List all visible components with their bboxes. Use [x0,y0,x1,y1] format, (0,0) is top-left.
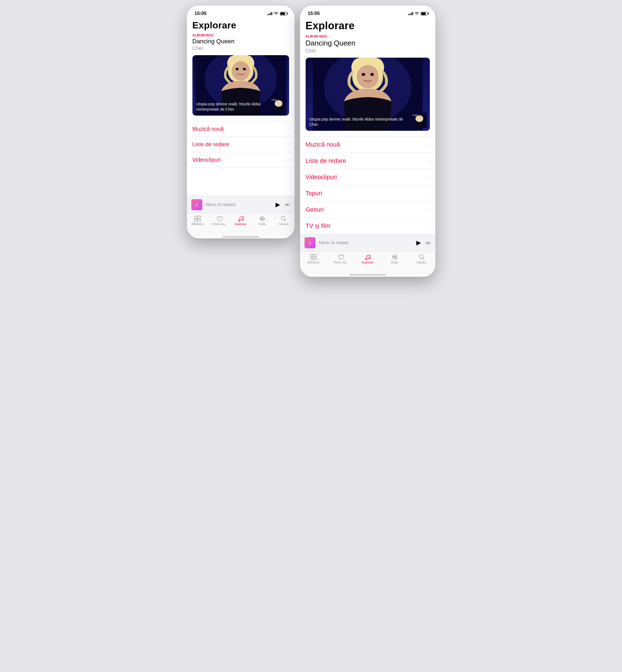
album-label-left: ALBUM NOU [193,33,289,37]
menu-item-videoclipuri-left[interactable]: Videoclipuri › [187,152,295,168]
chevron-icon: › [428,207,429,212]
featured-section-right[interactable]: ALBUM NOU Dancing Queen Cher [300,35,436,131]
tab-cautare-left[interactable]: Căutare [273,216,295,226]
tab-biblioteca-right[interactable]: Bibliotecă [300,254,327,264]
svg-point-15 [238,220,240,222]
svg-point-29 [415,115,423,122]
album-title-left: Dancing Queen [193,38,289,45]
chevron-icon: › [428,223,429,228]
mini-player-right[interactable]: ♪ Nimic în redare ▶ ⏭ [300,234,436,252]
tab-pentru-dvs-left[interactable]: Pentru dvs. [208,216,230,226]
tab-radio-left[interactable]: Radio [251,216,273,226]
status-bar-left: 15:05 [187,5,295,17]
page-title-right: Explorare [306,20,430,32]
svg-rect-33 [311,258,313,260]
scroll-content-left[interactable]: Explorare ALBUM NOU Dancing Queen Cher [187,17,295,196]
tab-explorare-left[interactable]: Explorare [230,216,251,226]
scroll-content-right[interactable]: Explorare ALBUM NOU Dancing Queen Cher [300,17,436,234]
tab-label-pentru-dvs-left: Pentru dvs. [212,223,226,226]
svg-point-26 [361,73,365,76]
tab-label-pentru-dvs-right: Pentru dvs. [334,261,348,264]
banner-text-overlay-right: Utopia pop devine reală: hiturile Abba r… [309,117,408,126]
svg-point-25 [357,65,379,88]
svg-point-16 [242,219,243,221]
menu-item-liste-right[interactable]: Liste de redare › [300,153,436,169]
svg-point-39 [419,255,423,259]
home-indicator-left [187,236,295,238]
menu-list-right: Muzică nouă › Liste de redare › Videocli… [300,136,436,234]
mini-player-left[interactable]: ♪ Nimic în redare ▶ ⏭ [187,196,295,213]
tab-label-explorare-left: Explorare [235,223,246,226]
banner-text-overlay-left: Utopia pop devine reală: hiturile Abba r… [196,102,267,111]
tab-label-explorare-right: Explorare [362,261,374,264]
music-note-icon-right: ♪ [309,240,311,246]
status-icons-right [408,11,428,16]
chevron-icon: › [428,191,429,196]
grid-icon [194,216,201,222]
svg-point-36 [369,257,370,259]
tab-biblioteca-left[interactable]: Bibliotecă [187,216,208,226]
tab-radio-right[interactable]: Radio [381,254,408,264]
svg-point-5 [232,61,250,80]
mini-player-title-right: Nimic în redare [319,240,413,245]
heart-icon [216,216,222,222]
tab-bar-right: Bibliotecă Pentru dvs. Explorare Radio [300,252,436,274]
album-title-right: Dancing Queen [306,39,430,47]
featured-banner-left[interactable]: Utopia pop devine reală: hiturile Abba r… [193,55,289,116]
play-button-left[interactable]: ▶ [276,201,280,208]
wifi-icon-right [415,11,419,16]
wifi-icon [274,11,278,16]
album-artist-right: Cher [306,48,430,54]
menu-item-muzica-noua-left[interactable]: Muzică nouă › [187,121,295,137]
status-time-right: 15:05 [308,11,320,16]
search-icon [280,216,287,222]
menu-list-left: Muzică nouă › Liste de redare › Videocli… [187,121,295,168]
music-note-icon-tab-right [365,254,371,260]
battery-icon [280,12,287,15]
banner-thumbnail-right: CHER [412,113,427,128]
page-header-right: Explorare [300,17,436,35]
svg-text:CHER: CHER [412,114,418,116]
phone-left: 15:05 Explorare ALBUM NOU [187,5,295,238]
banner-caption-left: Utopia pop devine reală: hiturile Abba r… [196,102,261,111]
tab-label-cautare-right: Căutare [417,261,427,264]
svg-rect-32 [314,254,316,257]
tab-explorare-right[interactable]: Explorare [354,254,381,264]
album-label-right: ALBUM NOU [306,35,430,38]
featured-banner-right[interactable]: Utopia pop devine reală: hiturile Abba r… [306,58,430,131]
fast-forward-button-right[interactable]: ⏭ [426,240,431,246]
battery-icon-right [421,12,428,15]
radio-icon-right [391,254,398,260]
svg-rect-13 [195,219,197,222]
svg-rect-14 [198,219,200,222]
play-button-right[interactable]: ▶ [416,239,421,246]
tab-cautare-right[interactable]: Căutare [408,254,436,264]
banner-thumbnail-left: CHER [271,98,286,113]
svg-text:CHER: CHER [271,99,277,101]
menu-item-topuri-right[interactable]: Topuri › [300,185,436,202]
status-time-left: 15:05 [195,11,207,16]
chevron-icon: › [428,158,429,163]
status-icons-left [267,11,287,16]
svg-point-27 [370,73,374,76]
menu-item-muzica-noua-right[interactable]: Muzică nouă › [300,137,436,153]
svg-point-35 [365,258,367,260]
chevron-icon: › [428,175,429,180]
menu-item-liste-left[interactable]: Liste de redare › [187,137,295,152]
grid-icon-right [310,254,317,260]
featured-section-left[interactable]: ALBUM NOU Dancing Queen Cher [187,33,295,116]
signal-icon [267,12,272,15]
tab-label-radio-right: Radio [391,261,398,264]
menu-item-genuri-right[interactable]: Genuri › [300,202,436,218]
svg-rect-31 [311,254,313,257]
music-note-icon-tab [237,216,244,222]
home-indicator-right [300,274,436,277]
menu-item-videoclipuri-right[interactable]: Videoclipuri › [300,169,436,185]
album-artist-left: Cher [193,45,289,51]
menu-item-tv-film-right[interactable]: TV și film › [300,218,436,234]
mini-player-title-left: Nimic în redare [206,202,272,207]
mini-player-art-left: ♪ [191,199,202,210]
chevron-icon: › [287,126,289,131]
tab-pentru-dvs-right[interactable]: Pentru dvs. [327,254,354,264]
fast-forward-button-left[interactable]: ⏭ [285,202,290,208]
